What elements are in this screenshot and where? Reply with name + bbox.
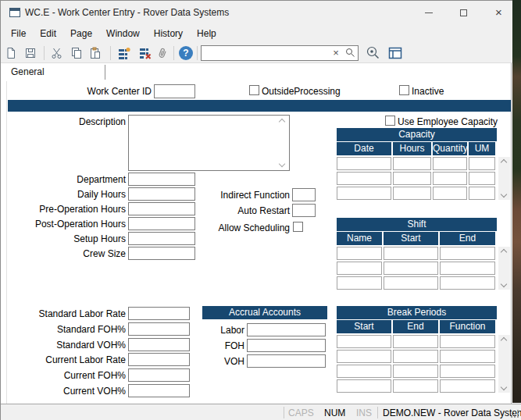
- lookup-preview-button[interactable]: [365, 44, 382, 62]
- resize-grip[interactable]: [511, 410, 519, 418]
- indirect-function-input[interactable]: [292, 188, 316, 201]
- save-button[interactable]: [22, 44, 39, 62]
- setup-hours-input[interactable]: [128, 232, 195, 245]
- cut-button[interactable]: [48, 44, 66, 62]
- new-button[interactable]: [2, 44, 20, 62]
- shift-end-cell[interactable]: [440, 262, 495, 275]
- current-voh-input[interactable]: [128, 384, 190, 397]
- shift-end-cell[interactable]: [440, 247, 495, 260]
- scroll-down-icon[interactable]: [501, 384, 507, 390]
- layout-button[interactable]: [387, 44, 404, 62]
- capacity-date-cell[interactable]: [337, 157, 391, 170]
- pre-operation-hours-input[interactable]: [128, 202, 195, 215]
- standard-foh-input[interactable]: [128, 322, 190, 336]
- break-periods-table-title: Break Periods: [337, 306, 497, 319]
- scroll-up-icon[interactable]: [501, 249, 507, 255]
- search-icon[interactable]: [345, 48, 355, 58]
- crew-size-input[interactable]: [128, 247, 195, 260]
- capacity-um-cell[interactable]: [469, 172, 495, 185]
- break-function-cell[interactable]: [440, 335, 495, 348]
- desktop-background: WC.E - Work Center Entry - Rover Data Sy…: [0, 0, 521, 420]
- shift-name-cell[interactable]: [337, 262, 382, 275]
- daily-hours-input[interactable]: [128, 187, 195, 201]
- delete-record-button[interactable]: [137, 44, 154, 62]
- close-button[interactable]: ×: [481, 1, 516, 24]
- standard-voh-input[interactable]: [128, 338, 190, 351]
- inactive-label: Inactive: [412, 86, 444, 98]
- break-start-cell[interactable]: [337, 335, 391, 348]
- capacity-hours-cell[interactable]: [393, 187, 431, 200]
- current-labor-rate-input[interactable]: [128, 353, 190, 366]
- shift-start-cell[interactable]: [384, 276, 438, 290]
- accrual-foh-label: FOH: [182, 340, 244, 352]
- maximize-button[interactable]: [446, 1, 481, 24]
- break-start-cell[interactable]: [337, 365, 391, 378]
- accrual-labor-input[interactable]: [247, 323, 326, 336]
- capacity-date-cell[interactable]: [337, 172, 391, 185]
- break-function-cell[interactable]: [440, 379, 495, 393]
- minimize-button[interactable]: [411, 1, 446, 24]
- caps-indicator: CAPS: [288, 408, 314, 418]
- break-end-cell[interactable]: [393, 379, 438, 393]
- capacity-um-cell[interactable]: [469, 157, 495, 170]
- shift-start-cell[interactable]: [384, 247, 438, 260]
- accrual-labor-label: Labor: [182, 325, 244, 336]
- break-end-cell[interactable]: [393, 365, 438, 378]
- menu-history[interactable]: History: [147, 24, 190, 43]
- accrual-voh-input[interactable]: [247, 354, 326, 368]
- scroll-up-icon[interactable]: [501, 159, 507, 166]
- menu-window[interactable]: Window: [99, 24, 147, 43]
- attach-button[interactable]: [154, 44, 171, 62]
- capacity-um-cell[interactable]: [469, 187, 495, 200]
- use-employee-capacity-label: Use Employee Capacity: [398, 116, 498, 128]
- shift-name-cell[interactable]: [337, 247, 382, 260]
- department-input[interactable]: [128, 173, 195, 186]
- break-function-cell[interactable]: [440, 350, 495, 363]
- break-function-cell[interactable]: [440, 365, 495, 378]
- capacity-quantity-cell[interactable]: [433, 157, 467, 170]
- capacity-quantity-cell[interactable]: [433, 172, 467, 185]
- work-center-id-input[interactable]: [154, 84, 195, 98]
- shift-name-cell[interactable]: [337, 276, 382, 290]
- post-operation-hours-input[interactable]: [128, 217, 195, 230]
- scroll-down-icon[interactable]: [501, 191, 507, 198]
- shift-scrollbar[interactable]: [498, 247, 510, 290]
- capacity-date-cell[interactable]: [337, 187, 391, 200]
- scroll-up-icon[interactable]: [501, 337, 507, 343]
- shift-end-cell[interactable]: [440, 276, 495, 290]
- menu-page[interactable]: Page: [63, 24, 99, 43]
- tab-general[interactable]: General: [11, 66, 45, 77]
- capacity-quantity-cell[interactable]: [433, 187, 467, 200]
- insert-record-button[interactable]: [116, 44, 133, 62]
- menu-help[interactable]: Help: [190, 24, 223, 43]
- copy-button[interactable]: [68, 44, 85, 62]
- paste-button[interactable]: [87, 44, 104, 62]
- break-end-cell[interactable]: [393, 350, 438, 363]
- inactive-checkbox[interactable]: [399, 85, 409, 95]
- break-start-cell[interactable]: [337, 379, 391, 393]
- scroll-down-icon[interactable]: [279, 161, 285, 167]
- use-employee-capacity-checkbox[interactable]: [385, 116, 395, 126]
- standard-labor-rate-input[interactable]: [128, 307, 190, 320]
- toolbar-separator: [44, 46, 45, 60]
- search-clear-icon[interactable]: ×: [330, 46, 341, 60]
- capacity-hours-cell[interactable]: [393, 172, 431, 185]
- current-foh-input[interactable]: [128, 368, 190, 382]
- allow-scheduling-checkbox[interactable]: [293, 222, 303, 232]
- accrual-foh-input[interactable]: [247, 339, 326, 352]
- break-periods-scrollbar[interactable]: [498, 335, 510, 393]
- outside-processing-checkbox[interactable]: [249, 85, 259, 95]
- shift-start-cell[interactable]: [384, 262, 438, 275]
- menu-edit[interactable]: Edit: [33, 24, 63, 43]
- capacity-hours-cell[interactable]: [393, 157, 431, 170]
- description-textarea[interactable]: [128, 115, 290, 171]
- menu-file[interactable]: File: [4, 24, 33, 43]
- break-start-cell[interactable]: [337, 350, 391, 363]
- capacity-scrollbar[interactable]: [498, 157, 510, 200]
- help-button[interactable]: ?: [177, 44, 194, 62]
- capacity-col-um: UM: [469, 142, 495, 155]
- scroll-up-icon[interactable]: [279, 119, 285, 125]
- auto-restart-input[interactable]: [292, 204, 316, 217]
- break-end-cell[interactable]: [393, 335, 438, 348]
- scroll-down-icon[interactable]: [501, 281, 507, 287]
